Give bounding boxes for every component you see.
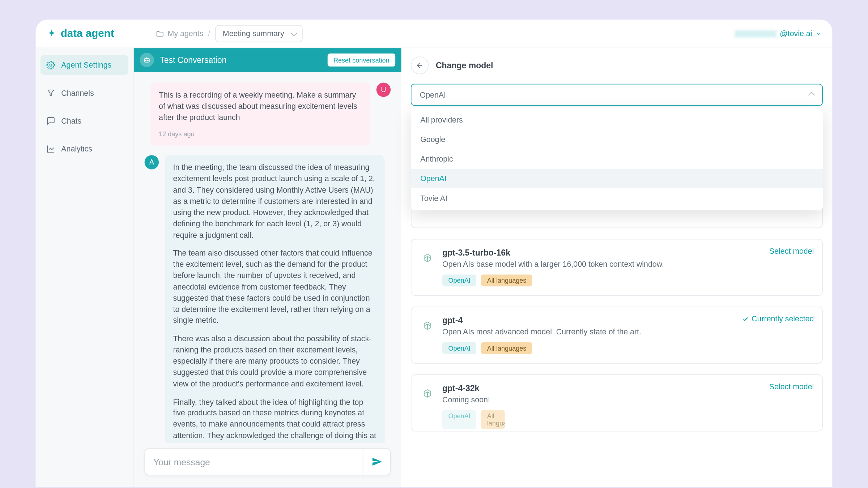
select-model-link[interactable]: Select model	[769, 382, 814, 391]
agent-paragraph: Finally, they talked about the idea of h…	[173, 397, 376, 443]
model-desc: Coming soon!	[442, 395, 813, 404]
sidebar-item-chats[interactable]: Chats	[41, 111, 128, 130]
user-menu[interactable]: @tovie.ai	[735, 29, 822, 38]
conversation-panel: Test Conversation Reset conversation U T…	[134, 48, 401, 487]
user-message-text: This is a recording of a weekly meeting.…	[159, 90, 362, 123]
user-avatar: U	[376, 82, 391, 97]
breadcrumb-sep: /	[208, 29, 210, 38]
sidebar-item-label: Analytics	[61, 144, 92, 153]
provider-tag: OpenAI	[442, 410, 476, 429]
agent-bubble: In the meeting, the team discussed the i…	[165, 155, 384, 443]
dropdown-option-google[interactable]: Google	[411, 129, 823, 149]
bot-avatar-icon	[140, 53, 154, 67]
provider-dropdown: All providers Google Anthropic OpenAI To…	[411, 108, 823, 210]
filter-icon	[46, 89, 55, 98]
currently-selected-label: Currently selected	[752, 314, 814, 324]
tag-row: OpenAI All languages	[442, 410, 813, 429]
svg-point-2	[145, 60, 146, 61]
openai-icon	[421, 320, 434, 333]
message-composer	[144, 448, 391, 475]
chat-icon	[46, 116, 55, 125]
lang-tag: All languages	[481, 274, 532, 286]
chevron-down-icon	[816, 31, 821, 37]
breadcrumb-folder-label: My agents	[168, 29, 204, 38]
model-desc: Open AIs base model with a larger 16,000…	[442, 260, 813, 269]
top-bar: data agent My agents / Meeting summary @…	[36, 20, 833, 48]
panel-title: Change model	[436, 61, 493, 70]
reset-conversation-button[interactable]: Reset conversation	[327, 53, 395, 67]
dropdown-option-all[interactable]: All providers	[411, 110, 823, 129]
agent-paragraph: There was also a discussion about the po…	[173, 334, 376, 390]
panel-header: Change model	[411, 56, 823, 74]
provider-selected-value: OpenAI	[420, 90, 446, 99]
brand-text: data agent	[61, 27, 114, 40]
spark-icon	[46, 28, 57, 39]
send-icon	[371, 456, 382, 467]
message-agent: A In the meeting, the team discussed the…	[144, 155, 391, 443]
check-icon	[742, 315, 749, 322]
sidebar-item-analytics[interactable]: Analytics	[41, 139, 128, 159]
select-model-link[interactable]: Select model	[769, 247, 814, 256]
folder-icon	[156, 29, 164, 38]
user-email: @tovie.ai	[780, 29, 812, 38]
lang-tag: All languages	[481, 342, 532, 354]
tag-row: OpenAI All languages	[442, 342, 813, 354]
dropdown-option-anthropic[interactable]: Anthropic	[411, 149, 823, 169]
lang-tag: All languages	[481, 410, 505, 429]
breadcrumb-current: Meeting summary	[223, 29, 284, 38]
agent-avatar: A	[144, 155, 158, 170]
model-name: gpt-3.5-turbo-16k	[442, 248, 813, 257]
model-card-gpt35-16k: Select model gpt-3.5-turbo-16k Open AIs …	[411, 239, 823, 296]
user-timestamp: 12 days ago	[159, 129, 362, 139]
user-name-redacted	[735, 30, 776, 37]
sidebar-item-label: Channels	[61, 89, 94, 98]
change-model-panel: Change model OpenAI All providers Google…	[401, 48, 833, 487]
app-window: data agent My agents / Meeting summary @…	[36, 20, 833, 487]
breadcrumb-dropdown[interactable]: Meeting summary	[215, 25, 302, 42]
back-button[interactable]	[411, 56, 429, 74]
svg-point-0	[50, 64, 52, 66]
model-card-gpt4: Currently selected gpt-4 Open AIs most a…	[411, 307, 823, 364]
conversation-header: Test Conversation Reset conversation	[134, 48, 401, 72]
model-name: gpt-4-32k	[442, 383, 813, 393]
openai-icon	[421, 253, 434, 266]
sidebar-item-channels[interactable]: Channels	[41, 83, 128, 103]
openai-icon	[421, 388, 434, 401]
message-input[interactable]	[153, 457, 363, 467]
chevron-up-icon	[808, 91, 815, 98]
sidebar: Agent Settings Channels Chats Analytics	[36, 48, 134, 487]
model-card-gpt4-32k: Select model gpt-4-32k Coming soon! Open…	[411, 374, 823, 432]
dropdown-option-openai[interactable]: OpenAI	[411, 169, 823, 188]
dropdown-option-tovie[interactable]: Tovie AI	[411, 188, 823, 208]
conversation-scroll[interactable]: U This is a recording of a weekly meetin…	[134, 72, 401, 443]
sidebar-item-label: Agent Settings	[61, 61, 111, 70]
provider-tag: OpenAI	[442, 274, 476, 286]
message-user: U This is a recording of a weekly meetin…	[144, 82, 391, 146]
gear-icon	[46, 61, 55, 70]
brand-logo: data agent	[46, 27, 114, 40]
provider-tag: OpenAI	[442, 342, 476, 354]
breadcrumb-folder[interactable]: My agents	[156, 29, 203, 38]
user-bubble: This is a recording of a weekly meeting.…	[150, 82, 370, 146]
sidebar-item-label: Chats	[61, 116, 81, 125]
analytics-icon	[46, 144, 55, 153]
arrow-left-icon	[416, 61, 424, 69]
breadcrumb: My agents / Meeting summary	[156, 25, 303, 42]
send-button[interactable]	[363, 448, 390, 475]
svg-point-3	[148, 60, 148, 61]
currently-selected-indicator: Currently selected	[742, 314, 814, 324]
provider-select[interactable]: OpenAI	[411, 84, 823, 106]
model-desc: Open AIs most advanced model. Currently …	[442, 328, 813, 337]
agent-paragraph: In the meeting, the team discussed the i…	[173, 163, 376, 241]
tag-row: OpenAI All languages	[442, 274, 813, 286]
conversation-title: Test Conversation	[160, 55, 226, 65]
agent-paragraph: The team also discussed other factors th…	[173, 248, 376, 326]
sidebar-item-agent-settings[interactable]: Agent Settings	[41, 55, 128, 75]
